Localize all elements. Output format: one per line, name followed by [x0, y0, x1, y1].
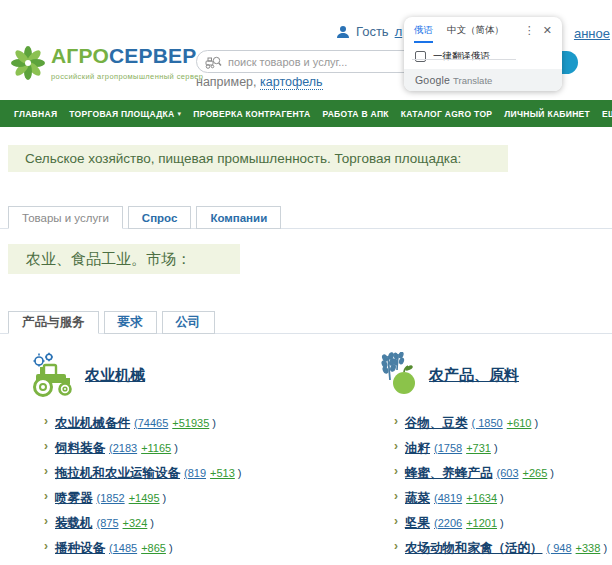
- translate-popup-footer: Google Translate: [404, 69, 562, 91]
- category-link[interactable]: 装载机(875+324 ): [55, 513, 154, 532]
- nav-item-marketplace[interactable]: ТОРГОВАЯ ПЛОЩАДКА▾: [63, 100, 187, 127]
- item-name: 蔬菜: [405, 491, 430, 505]
- category-link[interactable]: 坚果(2206+1201 ): [405, 513, 504, 532]
- nav-label: ЕЩЁ: [602, 109, 612, 119]
- category-link[interactable]: 蔬菜(4819+1634 ): [405, 488, 504, 507]
- arrow-right-icon: ›: [394, 464, 398, 478]
- nav-item-counterparty-check[interactable]: ПРОВЕРКА КОНТРАГЕНТА: [187, 100, 316, 127]
- item-count: (2206: [434, 517, 462, 529]
- section-banner-ru: Сельское хозяйство, пищевая промышленнос…: [8, 145, 508, 172]
- kebab-menu-icon[interactable]: ⋮: [520, 24, 539, 37]
- item-close: ): [171, 442, 178, 454]
- category-link[interactable]: 农业机械备件(74465+51935 ): [55, 413, 216, 432]
- category-link[interactable]: 谷物、豆类( 1850+610 ): [405, 413, 538, 432]
- category-produce-title[interactable]: 农产品、原料: [429, 366, 519, 385]
- item-name: 装载机: [55, 516, 93, 530]
- list-item: ›农场动物和家禽（活的）( 948+338 ): [394, 535, 607, 560]
- tab-products-services[interactable]: 产品与服务: [8, 311, 99, 334]
- nav-item-more[interactable]: ЕЩЁ▾: [596, 100, 612, 127]
- section-banner-zh: 农业、食品工业。市场：: [8, 244, 240, 274]
- item-count: (4819: [434, 492, 462, 504]
- tab-company[interactable]: 公司: [162, 311, 215, 334]
- search-hint: например, картофель: [196, 75, 323, 89]
- item-name: 谷物、豆类: [405, 416, 468, 430]
- list-item: ›蔬菜(4819+1634 ): [394, 485, 607, 510]
- translate-brand: Translate: [453, 75, 492, 86]
- item-added: +338: [576, 542, 601, 554]
- nav-item-account[interactable]: ЛИЧНЫЙ КАБИНЕТ: [498, 100, 596, 127]
- item-name: 农场动物和家禽（活的）: [405, 541, 543, 555]
- translate-tab-target[interactable]: 中文（简体）: [447, 17, 504, 43]
- nav-label: РАБОТА В АПК: [322, 109, 388, 119]
- nav-label: ЛИЧНЫЙ КАБИНЕТ: [504, 109, 590, 119]
- arrow-right-icon: ›: [44, 539, 48, 553]
- always-translate-row: 一律翻译俄语: [404, 43, 562, 69]
- nav-label: КАТАЛОГ AGRO TOP: [401, 109, 493, 119]
- user-icon: [336, 25, 350, 39]
- logo-part-server: СЕРВЕР: [109, 44, 197, 67]
- list-item: ›饲料装备(2183+1165 ): [44, 435, 242, 460]
- nav-item-jobs[interactable]: РАБОТА В АПК: [316, 100, 394, 127]
- category-link[interactable]: 蜂蜜、养蜂产品(603+265 ): [405, 463, 554, 482]
- category-link[interactable]: 农场动物和家禽（活的）( 948+338 ): [405, 538, 607, 557]
- translate-tab-source[interactable]: 俄语: [414, 17, 433, 43]
- item-added: +1495: [129, 492, 160, 504]
- chevron-down-icon: ▾: [178, 110, 182, 118]
- item-close: ): [235, 467, 242, 479]
- item-count: (2183: [109, 442, 137, 454]
- item-name: 饲料装备: [55, 441, 105, 455]
- category-machinery-title[interactable]: 农业机械: [85, 366, 145, 385]
- category-link[interactable]: 油籽(1758+731 ): [405, 438, 498, 457]
- item-close: ): [147, 517, 154, 529]
- item-name: 油籽: [405, 441, 430, 455]
- category-link[interactable]: 饲料装备(2183+1165 ): [55, 438, 178, 457]
- nav-item-catalog[interactable]: КАТАЛОГ AGRO TOP: [395, 100, 499, 127]
- arrow-right-icon: ›: [44, 489, 48, 503]
- tab-requests[interactable]: 要求: [104, 311, 157, 334]
- item-close: ): [531, 417, 538, 429]
- list-item: ›蜂蜜、养蜂产品(603+265 ): [394, 460, 607, 485]
- site-logo[interactable]: АГРОСЕРВЕР.ru российский агропромышленны…: [10, 45, 214, 81]
- arrow-right-icon: ›: [394, 439, 398, 453]
- item-close: ): [160, 492, 167, 504]
- item-count: (1485: [109, 542, 137, 554]
- tabs-ru: Товары и услуги Спрос Компании: [8, 206, 281, 229]
- tractor-icon: [28, 352, 76, 398]
- tab-goods-services[interactable]: Товары и услуги: [8, 206, 123, 229]
- tab-companies[interactable]: Компании: [196, 206, 281, 229]
- item-count: (1758: [434, 442, 462, 454]
- category-link[interactable]: 播种设备(1485+865 ): [55, 538, 173, 557]
- category-machinery-header: 农业机械: [28, 352, 145, 398]
- list-item: ›谷物、豆类( 1850+610 ): [394, 410, 607, 435]
- item-name: 喷雾器: [55, 491, 93, 505]
- category-produce-list: ›谷物、豆类( 1850+610 ) ›油籽(1758+731 ) ›蜂蜜、养蜂…: [394, 410, 607, 560]
- item-close: ): [209, 417, 216, 429]
- hint-example-link[interactable]: картофель: [260, 75, 323, 90]
- logo-title: АГРОСЕРВЕР.ru: [51, 45, 214, 70]
- category-link[interactable]: 喷雾器(1852+1495 ): [55, 488, 166, 507]
- arrow-right-icon: ›: [394, 414, 398, 428]
- list-item: ›坚果(2206+1201 ): [394, 510, 607, 535]
- item-count: ( 948: [547, 542, 572, 554]
- favorites-link-truncated[interactable]: анное: [574, 26, 610, 41]
- list-item: ›油籽(1758+731 ): [394, 435, 607, 460]
- hint-prefix: например,: [196, 75, 257, 89]
- google-translate-popup: 俄语 中文（简体） ⋮ ✕ 一律翻译俄语 Google Translate: [404, 17, 562, 91]
- item-added: +1201: [466, 517, 497, 529]
- close-icon[interactable]: ✕: [541, 24, 554, 37]
- logo-part-agro: АГРО: [51, 44, 109, 67]
- list-item: ›喷雾器(1852+1495 ): [44, 485, 242, 510]
- item-added: +731: [466, 442, 491, 454]
- item-close: ): [600, 542, 607, 554]
- item-close: ): [166, 542, 173, 554]
- item-count: (1852: [97, 492, 125, 504]
- item-name: 坚果: [405, 516, 430, 530]
- category-link[interactable]: 拖拉机和农业运输设备(819+513 ): [55, 463, 242, 482]
- account-link-truncated[interactable]: л: [395, 24, 403, 39]
- wheat-apple-icon: [378, 352, 420, 398]
- item-close: ): [547, 467, 554, 479]
- nav-item-home[interactable]: ГЛАВНАЯ: [8, 100, 63, 127]
- category-machinery-list: ›农业机械备件(74465+51935 ) ›饲料装备(2183+1165 ) …: [44, 410, 242, 560]
- always-translate-label: 一律翻译俄语: [433, 50, 490, 63]
- tab-demand[interactable]: Спрос: [128, 206, 192, 229]
